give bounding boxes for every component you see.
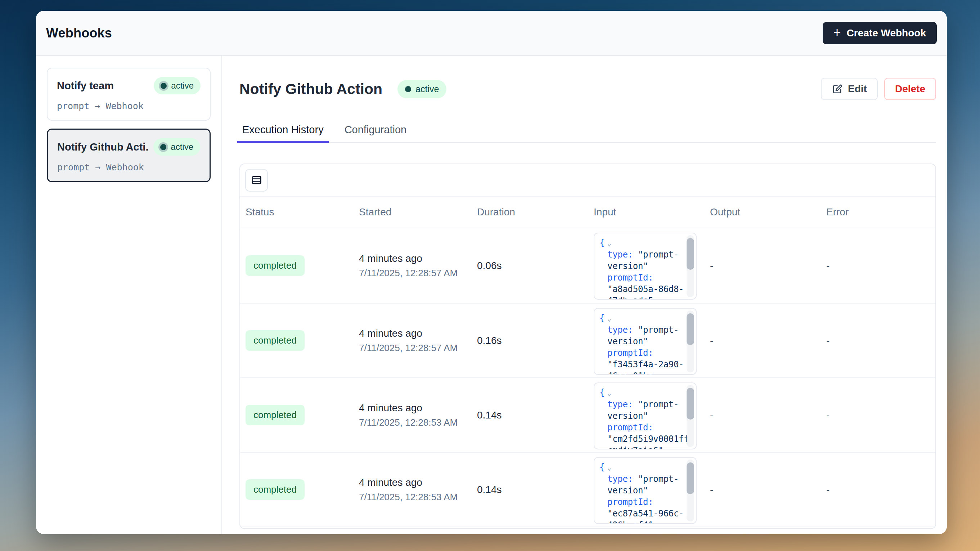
tab-execution-history[interactable]: Execution History: [239, 124, 326, 142]
code-scrollbar-thumb[interactable]: [687, 313, 694, 345]
table-row[interactable]: completed 4 minutes ago 7/11/2025, 12:28…: [240, 377, 935, 452]
code-line: type: "prompt-: [600, 249, 696, 260]
input-json-viewer[interactable]: {⌄type: "prompt-version"promptId:"cm2fd5…: [594, 382, 697, 449]
tab-configuration[interactable]: Configuration: [342, 124, 410, 142]
output-cell: -: [710, 260, 826, 272]
duration-cell: 0.14s: [477, 409, 594, 421]
table-body: completed 4 minutes ago 7/11/2025, 12:28…: [240, 228, 935, 527]
started-cell: 4 minutes ago 7/11/2025, 12:28:57 AM: [359, 253, 477, 279]
input-json-viewer[interactable]: {⌄type: "prompt-version"promptId:"f3453f…: [594, 308, 697, 375]
status-cell: completed: [245, 330, 359, 351]
chevron-down-icon[interactable]: ⌄: [607, 239, 611, 247]
status-cell: completed: [245, 479, 359, 500]
chevron-down-icon[interactable]: ⌄: [607, 389, 611, 397]
sidebar-item-notify-github-action[interactable]: Notify Github Acti... active prompt → We…: [47, 129, 211, 182]
code-line: 426b-af41: [600, 519, 696, 524]
started-absolute: 7/11/2025, 12:28:53 AM: [359, 492, 477, 503]
status-label: active: [171, 142, 193, 152]
code-line: {⌄: [600, 387, 696, 399]
code-line: version": [600, 410, 696, 422]
error-cell: -: [826, 260, 935, 272]
code-scrollbar-thumb[interactable]: [687, 238, 694, 270]
sidebar-item-notify-team[interactable]: Notify team active prompt → Webhook: [47, 68, 211, 121]
completed-badge: completed: [245, 255, 305, 276]
detail-header: Notify Github Action active Edit Delete: [239, 73, 936, 105]
code-line: {⌄: [600, 312, 696, 324]
webhooks-window: Webhooks + Create Webhook Notify team ac…: [36, 11, 947, 534]
table-rows-view-button[interactable]: [245, 169, 268, 191]
code-line: "a8ad505a-86d8-: [600, 283, 696, 295]
input-json-viewer[interactable]: {⌄type: "prompt-version"promptId:"a8ad50…: [594, 233, 697, 299]
table-row[interactable]: completed 4 minutes ago 7/11/2025, 12:28…: [240, 228, 935, 303]
input-json-viewer[interactable]: {⌄type: "prompt-version"promptId:"ec87a5…: [594, 457, 697, 524]
code-line: version": [600, 336, 696, 347]
code-line: promptId:: [600, 272, 696, 283]
duration-cell: 0.16s: [477, 335, 594, 346]
column-header-duration: Duration: [477, 206, 594, 218]
page-title: Webhooks: [46, 25, 112, 41]
duration-cell: 0.14s: [477, 484, 594, 495]
code-scrollbar-track: [687, 235, 694, 297]
started-relative: 4 minutes ago: [359, 328, 477, 339]
input-cell: {⌄type: "prompt-version"promptId:"f3453f…: [594, 304, 710, 375]
edit-icon: [832, 84, 843, 95]
create-webhook-button[interactable]: + Create Webhook: [822, 22, 937, 44]
table-row[interactable]: completed 4 minutes ago 7/11/2025, 12:28…: [240, 303, 935, 377]
code-line: type: "prompt-: [600, 399, 696, 410]
top-bar: Webhooks + Create Webhook: [36, 11, 947, 56]
tab-bar: Execution History Configuration: [239, 124, 936, 143]
status-cell: completed: [245, 405, 359, 425]
code-line: type: "prompt-: [600, 324, 696, 336]
plus-icon: +: [834, 26, 841, 39]
tab-label: Configuration: [345, 124, 407, 135]
status-badge: active: [154, 77, 200, 94]
completed-badge: completed: [245, 330, 305, 351]
code-scrollbar-track: [687, 460, 694, 521]
duration-cell: 0.06s: [477, 260, 594, 272]
chevron-down-icon[interactable]: ⌄: [607, 314, 611, 323]
webhook-detail-panel: Notify Github Action active Edit Delete: [222, 56, 947, 534]
code-line: type: "prompt-: [600, 473, 696, 485]
status-cell: completed: [245, 255, 359, 276]
status-badge: active: [153, 138, 200, 156]
input-cell: {⌄type: "prompt-version"promptId:"ec87a5…: [594, 453, 710, 524]
create-webhook-label: Create Webhook: [847, 27, 926, 39]
edit-button[interactable]: Edit: [821, 78, 878, 100]
code-line: "cm2fd5i9v0001ff: [600, 433, 696, 445]
table-toolbar: [240, 164, 935, 197]
status-dot: [405, 86, 411, 92]
started-absolute: 7/11/2025, 12:28:57 AM: [359, 342, 477, 354]
table-row-partial: [240, 527, 935, 529]
error-cell: -: [826, 484, 935, 495]
code-scrollbar-thumb[interactable]: [687, 388, 694, 420]
delete-label: Delete: [895, 83, 925, 95]
chevron-down-icon[interactable]: ⌄: [607, 463, 611, 472]
column-header-started: Started: [359, 206, 477, 218]
column-header-status: Status: [245, 206, 359, 218]
input-cell: {⌄type: "prompt-version"promptId:"a8ad50…: [594, 228, 710, 299]
started-cell: 4 minutes ago 7/11/2025, 12:28:53 AM: [359, 477, 477, 503]
execution-history-table: Status Started Duration Input Output Err…: [239, 164, 936, 529]
started-relative: 4 minutes ago: [359, 477, 477, 488]
delete-button[interactable]: Delete: [884, 78, 936, 100]
started-cell: 4 minutes ago 7/11/2025, 12:28:53 AM: [359, 402, 477, 428]
webhook-flow: prompt → Webhook: [57, 162, 200, 172]
webhook-name: Notify Github Acti...: [57, 141, 148, 153]
webhook-name: Notify team: [57, 80, 114, 92]
code-line: promptId:: [600, 422, 696, 433]
code-line: version": [600, 260, 696, 272]
column-header-error: Error: [826, 206, 935, 218]
code-line: {⌄: [600, 237, 696, 249]
code-scrollbar-thumb[interactable]: [687, 462, 694, 494]
started-absolute: 7/11/2025, 12:28:53 AM: [359, 417, 477, 428]
started-relative: 4 minutes ago: [359, 402, 477, 414]
started-absolute: 7/11/2025, 12:28:57 AM: [359, 268, 477, 279]
tab-label: Execution History: [242, 124, 324, 135]
error-cell: -: [826, 409, 935, 421]
input-cell: {⌄type: "prompt-version"promptId:"cm2fd5…: [594, 378, 710, 449]
code-line: "ec87a541-966c-: [600, 508, 696, 519]
completed-badge: completed: [245, 405, 305, 425]
output-cell: -: [710, 484, 826, 495]
table-row[interactable]: completed 4 minutes ago 7/11/2025, 12:28…: [240, 452, 935, 527]
status-dot: [161, 83, 167, 89]
